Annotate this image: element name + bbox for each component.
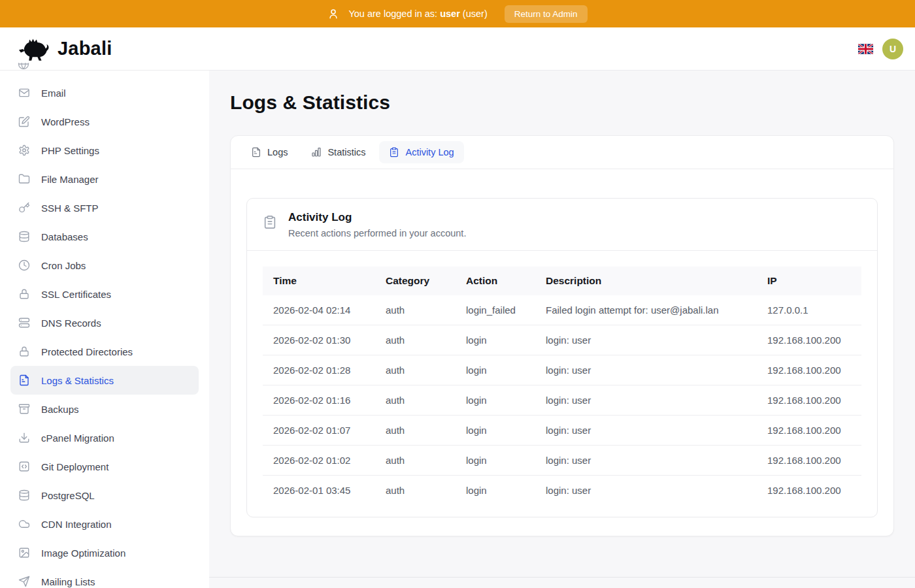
cell-category: auth [375,416,456,446]
tab-label: Activity Log [405,147,454,157]
table-row: 2026-02-02 01:02authloginlogin: user192.… [263,446,861,476]
main-content: Logs & Statistics LogsStatisticsActivity… [209,71,915,588]
column-header-action: Action [456,267,535,295]
sidebar-item-ssl-certificates[interactable]: SSL Certificates [10,280,199,308]
sidebar-item-backups[interactable]: Backups [10,395,199,423]
image-icon [18,547,30,559]
sidebar-item-label: PostgreSQL [41,490,95,501]
login-role: (user) [463,8,488,19]
sidebar-item-email[interactable]: Email [10,78,199,107]
tab-statistics[interactable]: Statistics [301,141,375,163]
cell-category: auth [375,385,456,416]
sidebar-item-label: File Manager [41,174,99,185]
column-header-category: Category [375,267,456,295]
cell-category: auth [375,355,456,385]
sidebar-item-label: WordPress [41,116,90,127]
sidebar-item-label: Mailing Lists [41,576,95,587]
bar-chart-icon [311,147,322,157]
cell-action: login [456,355,535,385]
cell-time: 2026-02-01 03:45 [263,476,375,506]
tab-label: Statistics [327,147,365,157]
cell-time: 2026-02-02 01:07 [263,416,375,446]
sidebar-item-label: Backups [41,404,79,415]
table-row: 2026-02-02 01:07authloginlogin: user192.… [263,416,861,446]
column-header-time: Time [263,267,375,295]
sidebar-item-mailing-lists[interactable]: Mailing Lists [10,567,199,588]
sidebar-item-logs-statistics[interactable]: Logs & Statistics [10,366,199,395]
table-row: 2026-02-02 01:30authloginlogin: user192.… [263,325,861,355]
sidebar-item-php-settings[interactable]: PHP Settings [10,136,199,165]
cell-ip: 192.168.100.200 [757,325,861,355]
cell-description: login: user [535,476,757,506]
cell-ip: 192.168.100.200 [757,476,861,506]
code-icon [18,461,30,472]
table-row: 2026-02-02 01:16authloginlogin: user192.… [263,385,861,416]
sidebar-item-label: Image Optimization [41,547,125,559]
cell-ip: 192.168.100.200 [757,416,861,446]
sidebar-item-cron-jobs[interactable]: Cron Jobs [10,251,199,280]
gear-icon [18,144,30,156]
download-icon [18,432,30,444]
column-header-description: Description [535,267,757,295]
sidebar-item-cpanel-migration[interactable]: cPanel Migration [10,423,199,452]
edit-icon [18,116,30,127]
return-to-admin-button[interactable]: Return to Admin [505,5,588,23]
sidebar-item-label: PHP Settings [41,145,99,156]
sidebar-item-ssh-sftp[interactable]: SSH & SFTP [10,193,199,222]
lock-icon [18,288,30,300]
column-header-ip: IP [757,267,861,295]
sidebar-item-postgresql[interactable]: PostgreSQL [10,481,199,510]
clipboard-icon [389,147,399,157]
clipboard-icon [263,215,277,229]
sidebar-item-dns-records[interactable]: DNS Records [10,308,199,337]
sidebar-item-git-deployment[interactable]: Git Deployment [10,452,199,481]
tab-logs[interactable]: Logs [241,141,297,163]
sidebar: EmailWordPressPHP SettingsFile ManagerSS… [0,71,209,588]
cell-description: login: user [535,416,757,446]
sidebar-item-cdn-integration[interactable]: CDN Integration [10,510,199,538]
cell-description: Failed login attempt for: user@jabali.la… [535,295,757,325]
logs-statistics-card: LogsStatisticsActivity Log Activity Log … [230,135,894,536]
cell-ip: 192.168.100.200 [757,446,861,476]
database-icon [18,231,30,242]
cell-action: login_failed [456,295,535,325]
cell-ip: 127.0.0.1 [757,295,861,325]
user-avatar[interactable]: U [882,39,903,59]
tab-label: Logs [267,147,288,157]
sidebar-item-wordpress[interactable]: WordPress [10,107,199,136]
cell-ip: 192.168.100.200 [757,385,861,416]
sidebar-item-databases[interactable]: Databases [10,222,199,251]
panel-subtitle: Recent actions performed in your account… [288,228,466,238]
admin-impersonation-bar: You are logged in as: user (user) Return… [0,0,915,27]
cell-time: 2026-02-02 01:02 [263,446,375,476]
uk-flag-icon[interactable] [858,44,873,54]
boar-logo-icon [17,36,51,62]
login-username: user [440,8,460,19]
activity-log-table: TimeCategoryActionDescriptionIP 2026-02-… [263,267,861,505]
page-title: Logs & Statistics [230,91,894,114]
folder-icon [18,173,30,185]
sidebar-item-label: SSL Certificates [41,289,111,300]
table-row: 2026-02-02 01:28authloginlogin: user192.… [263,355,861,385]
sidebar-item-label: CDN Integration [41,519,112,530]
cell-action: login [456,325,535,355]
cell-action: login [456,385,535,416]
cell-category: auth [375,476,456,506]
server-icon [18,317,30,329]
cell-description: login: user [535,355,757,385]
lock-icon [18,346,30,357]
sidebar-item-label: Logs & Statistics [41,375,114,386]
cell-category: auth [375,295,456,325]
archive-icon [18,403,30,415]
cell-ip: 192.168.100.200 [757,355,861,385]
file-text-icon [18,374,30,386]
database-icon [18,489,30,501]
sidebar-item-protected-directories[interactable]: Protected Directories [10,337,199,366]
sidebar-item-label: Email [41,88,66,99]
brand-logo[interactable]: Jabali [17,36,112,62]
file-text-icon [251,147,261,157]
sidebar-item-file-manager[interactable]: File Manager [10,165,199,193]
tab-activity-log[interactable]: Activity Log [379,141,463,163]
cell-category: auth [375,325,456,355]
sidebar-item-image-optimization[interactable]: Image Optimization [10,538,199,567]
